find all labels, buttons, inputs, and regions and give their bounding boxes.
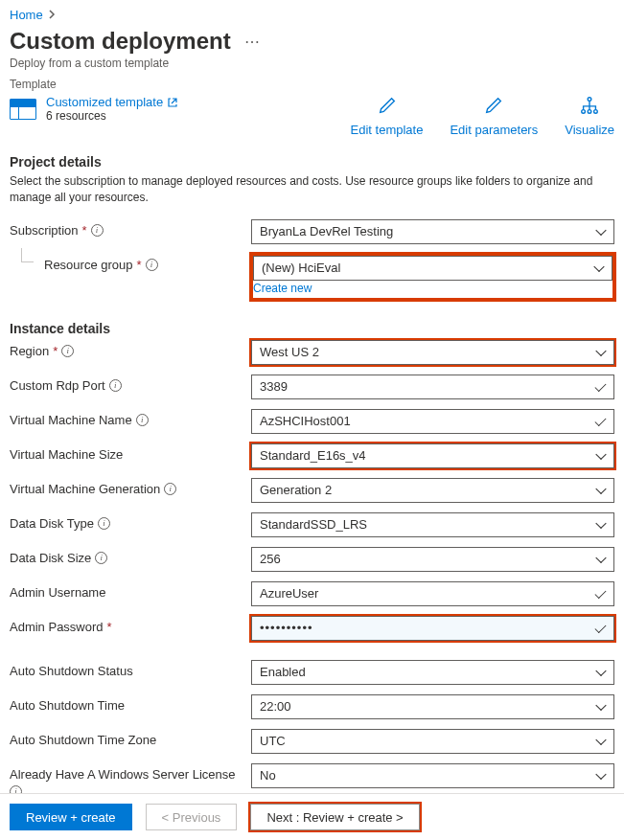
create-new-link[interactable]: Create new [253,282,312,295]
edit-parameters-button[interactable]: Edit parameters [450,95,538,137]
previous-button[interactable]: < Previous [146,804,238,830]
edit-template-label: Edit template [351,123,424,137]
vm-name-input[interactable]: AzSHCIHost001 [251,409,614,434]
region-select[interactable]: West US 2 [251,340,614,365]
project-details-heading: Project details [10,154,614,170]
resource-group-select[interactable]: (New) HciEval [253,256,612,281]
auto-shutdown-status-label: Auto Shutdown Status [10,660,251,678]
vm-name-label: Virtual Machine Namei [10,409,251,427]
template-resources-count: 6 resources [46,109,178,123]
more-menu-icon[interactable]: ⋯ [239,33,266,51]
admin-username-label: Admin Username [10,581,251,600]
info-icon[interactable]: i [95,552,107,564]
vm-gen-select[interactable]: Generation 2 [251,478,614,503]
info-icon[interactable]: i [146,259,158,271]
template-section-label: Template [10,78,614,91]
svg-point-1 [582,110,586,114]
pencil-icon [483,95,504,119]
edit-parameters-label: Edit parameters [450,123,538,137]
review-create-button[interactable]: Review + create [10,804,132,830]
disk-type-label: Data Disk Typei [10,512,251,531]
hierarchy-icon [579,95,600,119]
auto-shutdown-tz-label: Auto Shutdown Time Zone [10,729,251,747]
svg-point-0 [588,98,591,102]
info-icon[interactable]: i [109,379,122,392]
auto-shutdown-time-select[interactable]: 22:00 [251,694,614,719]
disk-type-select[interactable]: StandardSSD_LRS [251,512,614,537]
resource-group-label: Resource group*i [10,254,251,272]
disk-size-select[interactable]: 256 [251,547,614,572]
page-subtitle: Deploy from a custom template [10,57,614,70]
auto-shutdown-tz-select[interactable]: UTC [251,729,614,754]
windows-license-select[interactable]: No [251,763,614,788]
project-details-desc: Select the subscription to manage deploy… [10,173,614,206]
vm-size-select[interactable]: Standard_E16s_v4 [251,443,614,468]
edit-template-button[interactable]: Edit template [351,95,424,137]
disk-size-label: Data Disk Sizei [10,547,251,565]
admin-password-input[interactable]: •••••••••• [251,616,614,641]
visualize-label: Visualize [565,123,614,137]
subscription-label: Subscription*i [10,219,251,238]
info-icon[interactable]: i [91,224,104,237]
auto-shutdown-status-select[interactable]: Enabled [251,660,614,685]
external-link-icon [167,97,178,108]
visualize-button[interactable]: Visualize [565,95,614,137]
region-label: Region*i [10,340,251,358]
next-button[interactable]: Next : Review + create > [250,804,419,830]
vm-size-label: Virtual Machine Size [10,443,251,462]
info-icon[interactable]: i [136,414,149,426]
custom-rdp-input[interactable]: 3389 [251,375,614,399]
info-icon[interactable]: i [98,517,110,530]
instance-details-heading: Instance details [10,321,614,336]
template-card: Customized template 6 resources [10,95,178,123]
admin-username-input[interactable]: AzureUser [251,581,614,606]
vm-gen-label: Virtual Machine Generationi [10,478,251,496]
admin-password-label: Admin Password* [10,616,251,634]
template-icon [10,99,36,120]
breadcrumb: Home [10,8,614,22]
page-title: Custom deployment [10,28,231,55]
svg-point-2 [588,110,591,114]
breadcrumb-home[interactable]: Home [10,8,43,22]
custom-rdp-label: Custom Rdp Porti [10,375,251,393]
svg-point-3 [594,110,598,114]
info-icon[interactable]: i [164,483,176,495]
footer-action-bar: Review + create < Previous Next : Review… [0,793,624,840]
auto-shutdown-time-label: Auto Shutdown Time [10,694,251,713]
chevron-right-icon [49,10,56,21]
info-icon[interactable]: i [61,345,74,357]
subscription-select[interactable]: BryanLa DevRel Testing [251,219,614,244]
customized-template-link[interactable]: Customized template [46,95,163,109]
pencil-icon [377,95,398,119]
